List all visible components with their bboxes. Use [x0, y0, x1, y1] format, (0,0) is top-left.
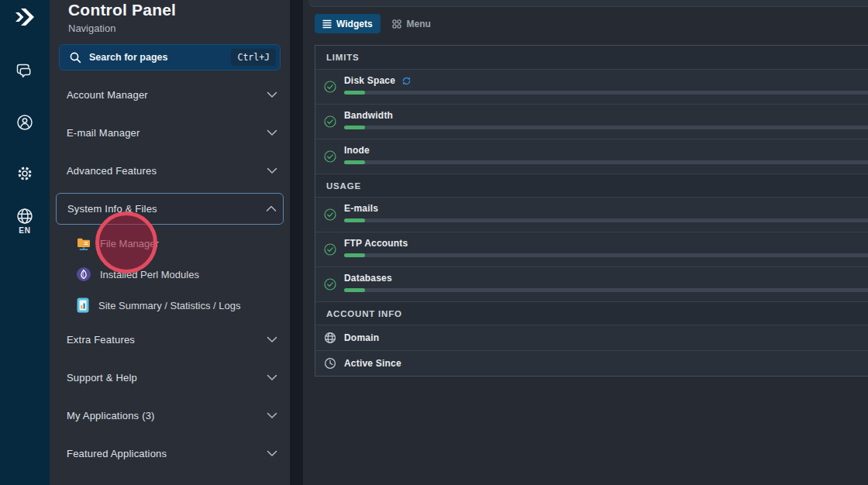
- widget-label: Bandwidth: [344, 110, 393, 121]
- sidebar-item-account-manager[interactable]: Account Manager: [50, 76, 290, 114]
- chat-icon: [15, 61, 35, 81]
- progress-fill: [344, 218, 365, 222]
- check-circle-icon: [324, 208, 336, 221]
- progress-track: [344, 288, 868, 292]
- sidebar-item-label: Featured Applications: [67, 448, 267, 459]
- widget-row-domain[interactable]: Domain: [315, 325, 868, 350]
- sidebar-item-support-help[interactable]: Support & Help: [50, 359, 290, 397]
- widget-row-inode[interactable]: Inode: [315, 139, 868, 174]
- widget-row-ftp-accounts[interactable]: FTP Accounts: [315, 232, 868, 267]
- sidebar-item-label: System Info & Files: [67, 203, 266, 215]
- chevron-down-icon: [267, 412, 277, 419]
- language-button[interactable]: [0, 206, 50, 226]
- gear-icon: [15, 163, 35, 184]
- widget-row-emails[interactable]: E-mails: [315, 197, 868, 232]
- account-button[interactable]: [0, 112, 50, 132]
- widget-label: Active Since: [344, 358, 401, 369]
- language-code: EN: [0, 226, 50, 235]
- chevron-down-icon: [267, 91, 277, 98]
- progress-track: [344, 91, 868, 95]
- refresh-icon[interactable]: [401, 76, 412, 86]
- widget-row-active-since[interactable]: Active Since: [315, 350, 868, 376]
- sidebar-subitem-site-summary-statistics-logs[interactable]: Site Summary / Statistics / Logs: [50, 290, 290, 321]
- sidebar-item-label: Extra Features: [67, 334, 267, 346]
- progress-track: [344, 160, 868, 164]
- widget-label: Domain: [344, 332, 379, 343]
- sidebar-item-label: My Applications (3): [67, 410, 267, 421]
- check-circle-icon: [324, 81, 336, 93]
- check-circle-icon: [324, 243, 336, 256]
- sidebar-item-system-info-files-slot: System Info & Files: [50, 190, 290, 228]
- search-icon: [69, 51, 82, 64]
- double-chevron-icon: [12, 5, 38, 29]
- page-title: Control Panel: [50, 0, 290, 19]
- sidebar-menu: Account Manager E-mail Manager Advanced …: [50, 76, 290, 473]
- perl-icon: [76, 267, 91, 282]
- tab-label: Menu: [407, 19, 431, 29]
- sidebar-item-my-applications[interactable]: My Applications (3): [50, 397, 290, 435]
- sidebar-item-label: Advanced Features: [67, 165, 267, 177]
- progress-fill: [344, 160, 365, 164]
- file-manager-icon: [76, 236, 91, 252]
- progress-fill: [344, 126, 365, 129]
- sidebar-subitem-label: Site Summary / Statistics / Logs: [98, 300, 241, 311]
- list-lines-icon: [322, 19, 332, 29]
- sidebar-item-label: Account Manager: [67, 89, 267, 101]
- globe-icon: [15, 206, 35, 226]
- view-tabs: Widgets Menu: [315, 14, 432, 33]
- chevron-up-icon: [266, 205, 277, 212]
- search-shortcut-badge: Ctrl+J: [231, 49, 276, 66]
- search-bar[interactable]: Ctrl+J: [59, 44, 281, 71]
- sidebar-item-label: E-mail Manager: [67, 127, 267, 139]
- chevron-down-icon: [267, 167, 277, 174]
- widget-row-bandwidth[interactable]: Bandwidth: [315, 104, 868, 139]
- check-circle-icon: [324, 115, 336, 128]
- clock-icon: [324, 357, 336, 370]
- section-header-limits: LIMITS: [315, 46, 868, 69]
- progress-fill: [344, 91, 365, 95]
- user-icon: [15, 112, 35, 132]
- chevron-down-icon: [267, 129, 277, 136]
- widget-label: E-mails: [344, 203, 378, 214]
- progress-track: [344, 126, 868, 129]
- chevron-down-icon: [267, 374, 277, 381]
- grid-dots-icon: [391, 19, 402, 29]
- chevron-down-icon: [267, 336, 277, 343]
- main-content: Widgets Menu LIMITS D: [303, 0, 868, 485]
- statistics-file-icon: [76, 297, 90, 314]
- section-header-usage: USAGE: [315, 174, 868, 197]
- topbar-edge: [308, 0, 868, 7]
- search-input[interactable]: [89, 52, 224, 63]
- widget-label: Inode: [344, 145, 370, 156]
- sidebar-subitem-label: Installed Perl Modules: [100, 269, 199, 280]
- widget-row-databases[interactable]: Databases: [315, 267, 868, 301]
- sidebar-subitem-installed-perl-modules[interactable]: Installed Perl Modules: [50, 259, 290, 290]
- navigation-sidebar: Control Panel Navigation Ctrl+J Account …: [50, 0, 290, 485]
- tab-menu[interactable]: Menu: [390, 14, 432, 33]
- messages-button[interactable]: [0, 61, 50, 81]
- widget-label: FTP Accounts: [344, 238, 408, 249]
- widgets-panel: LIMITS Disk Space: [315, 45, 868, 377]
- widget-label: Databases: [344, 273, 392, 284]
- control-panel-screen: EN Control Panel Navigation Ctrl+J Accou…: [0, 0, 868, 485]
- widget-row-disk-space[interactable]: Disk Space: [315, 69, 868, 104]
- icon-rail: EN: [0, 0, 50, 485]
- sidebar-item-featured-applications[interactable]: Featured Applications: [50, 435, 290, 473]
- progress-fill: [344, 288, 365, 292]
- sidebar-item-label: Support & Help: [67, 372, 267, 384]
- widget-label: Disk Space: [344, 75, 395, 86]
- sidebar-item-email-manager[interactable]: E-mail Manager: [50, 114, 290, 152]
- sidebar-item-system-info-files[interactable]: System Info & Files: [56, 193, 284, 225]
- globe-icon: [324, 332, 336, 344]
- settings-button[interactable]: [0, 163, 50, 184]
- app-logo[interactable]: [0, 2, 50, 33]
- section-header-account-info: ACCOUNT INFO: [315, 301, 868, 325]
- sidebar-subitem-file-manager[interactable]: File Manager: [50, 228, 290, 259]
- tab-widgets[interactable]: Widgets: [315, 14, 381, 33]
- sidebar-item-extra-features[interactable]: Extra Features: [50, 321, 290, 359]
- sidebar-item-advanced-features[interactable]: Advanced Features: [50, 152, 290, 190]
- check-circle-icon: [324, 150, 336, 163]
- chevron-down-icon: [267, 450, 277, 457]
- progress-track: [344, 253, 868, 257]
- sidebar-subitem-label: File Manager: [100, 238, 159, 249]
